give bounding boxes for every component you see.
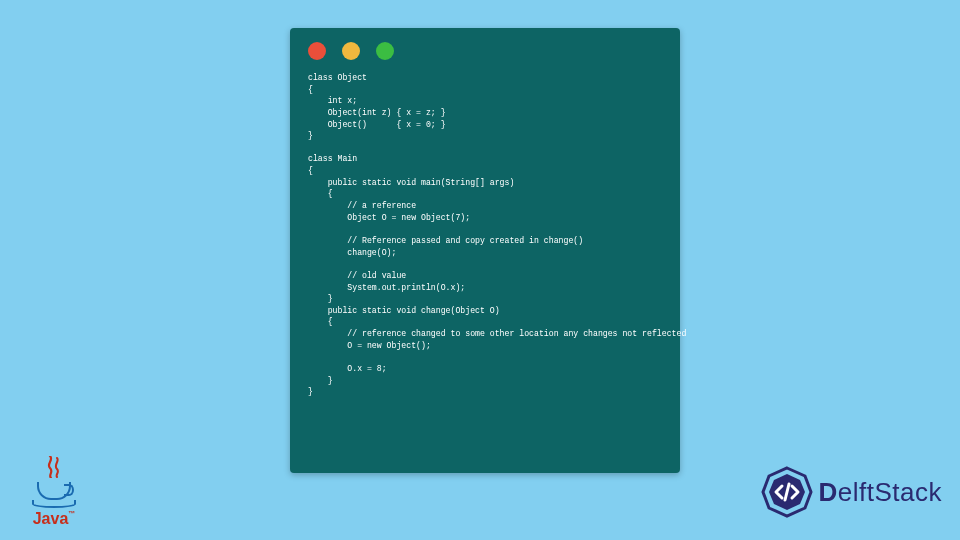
code-window: class Object { int x; Object(int z) { x … [290, 28, 680, 473]
delftstack-word-rest: elftStack [838, 477, 942, 507]
code-listing: class Object { int x; Object(int z) { x … [308, 72, 662, 398]
zoom-icon [376, 42, 394, 60]
slide-canvas: class Object { int x; Object(int z) { x … [0, 0, 960, 540]
delftstack-wordmark: DelftStack [819, 477, 943, 508]
delftstack-logo: DelftStack [761, 466, 943, 518]
minimize-icon [342, 42, 360, 60]
java-logo: Java™ [24, 456, 84, 528]
close-icon [308, 42, 326, 60]
delftstack-word-strong: D [819, 477, 838, 507]
java-wordmark: Java™ [24, 510, 84, 528]
java-word: Java [33, 510, 69, 527]
java-trademark: ™ [68, 510, 75, 517]
delftstack-emblem-icon [761, 466, 813, 518]
java-cup-icon [36, 482, 72, 502]
window-traffic-lights [308, 42, 662, 60]
java-steam-icon [39, 456, 69, 478]
